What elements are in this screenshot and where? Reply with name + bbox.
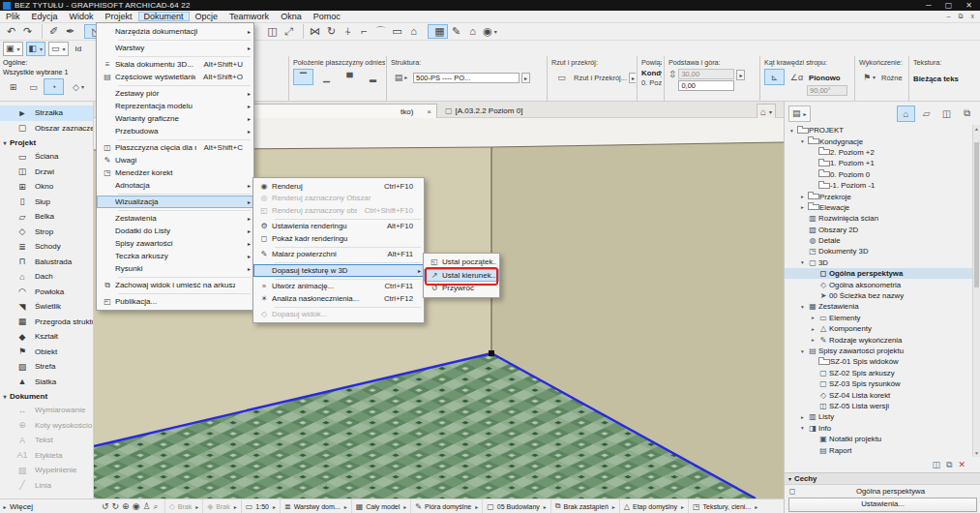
navigator-tree-item[interactable]: ▢ SZ-02 Spis arkuszy — [785, 368, 973, 378]
toolbox-item[interactable]: ▾ Dokument — [0, 389, 93, 403]
toolbox-item[interactable]: ◆ Kształt — [0, 329, 93, 345]
toolbox-item[interactable]: ▱ Belka — [0, 209, 93, 225]
scroll-down-icon[interactable]: ▼ — [973, 450, 980, 456]
navigator-tree-item[interactable]: ▾ ▢ 3D — [785, 257, 973, 268]
navigator-tree-item[interactable]: 2. Poziom +2 — [785, 147, 973, 158]
adjust-icon[interactable]: ⌐ — [358, 24, 372, 39]
document-menu-item[interactable]: Dodatki do Listy ▸ — [97, 225, 253, 237]
toolbox-item[interactable]: ► Strzałka — [0, 106, 93, 121]
document-menu-item[interactable]: Zestawienia ▸ — [97, 212, 253, 225]
explore-icon[interactable]: ♙ — [143, 501, 151, 511]
statusbar-scale[interactable]: ▭ 1:50 ▸ — [241, 499, 280, 513]
statusbar-pen-set[interactable]: ✎ Pióra domyślne ▸ — [410, 499, 482, 513]
surface-dropdown[interactable]: ⚑▾ — [859, 69, 879, 85]
align-texture-icon[interactable]: ▦ — [428, 24, 448, 39]
toolbox-item[interactable]: ▨ Wypełnienie — [0, 463, 93, 478]
home-story-icon[interactable]: ⌂ — [466, 24, 481, 39]
toolbox-item[interactable]: ⊓ Balustrada — [0, 255, 93, 270]
scrollbar-thumb[interactable] — [974, 142, 979, 287]
navigator-tree-item[interactable]: ▥ Rozwinięcia ścian — [785, 213, 973, 224]
toolbox-item[interactable]: ▭ Ściana — [0, 149, 93, 165]
navigator-tree-item[interactable]: ◇ Ogólna aksonometria — [785, 279, 973, 289]
navigator-tree-item[interactable]: -1. Poziom -1 — [785, 180, 973, 191]
minimize-button[interactable]: ─ — [926, 1, 932, 10]
navigator-tree-item[interactable]: ▸ ▥ Listy — [785, 411, 973, 422]
toolbox-item[interactable]: ⊕ Koty wysokościo... — [0, 418, 93, 434]
menubar-item[interactable]: Dokument — [138, 12, 190, 21]
statusbar-partial-structure[interactable]: ▦ Cały model ▸ — [351, 499, 411, 513]
toolbox-item[interactable]: ◥ Świetlik — [0, 299, 93, 315]
redo-icon[interactable]: ↷ — [21, 24, 36, 39]
toolbox-item[interactable]: ◠ Powłoka — [0, 285, 93, 300]
toolbox-item[interactable]: ▯ Słup — [0, 195, 93, 210]
document-menu-item[interactable]: Wizualizacja ▸ — [97, 196, 253, 208]
navigator-tree-item[interactable]: ▢ SZ-03 Spis rysunków — [785, 378, 973, 389]
visualization-menu-item[interactable]: ◉ Renderuj Ctrl+F10 — [253, 180, 424, 193]
document-menu-item[interactable]: ◳ Menedżer korekt — [97, 166, 253, 179]
document-menu-item[interactable]: Narzędzia dokumentacji ▸ — [97, 25, 253, 38]
new-folder-icon[interactable]: ⧉ — [946, 460, 952, 470]
document-menu-item[interactable]: Warstwy ▸ — [97, 42, 253, 54]
composite-dropdown[interactable]: 500-PS ---- PO... — [413, 73, 520, 83]
visualization-menu-item[interactable]: ◻ Pokaż kadr renderingu — [253, 232, 424, 245]
element-settings-dialog-icon[interactable]: ⊞ — [3, 78, 23, 95]
visualization-menu-item[interactable]: ✎ Malarz powierzchni Alt+F11 — [253, 249, 424, 261]
tab-active[interactable]: tko) × — [244, 104, 437, 118]
statusbar-revision[interactable]: ◈ Brak ▸ — [202, 499, 241, 513]
navigator-tree-item[interactable]: ▸ Elewacje — [785, 202, 973, 213]
toolbox-item[interactable]: ≣ Schody — [0, 239, 93, 255]
tab-plan[interactable]: ▢ [A.03.2.2 Poziom 0] — [440, 104, 533, 118]
scroll-up-icon[interactable]: ▲ — [973, 126, 980, 132]
window-settings-combo-1[interactable]: ▣▾ — [3, 42, 23, 56]
navigator-tree-item[interactable]: 0. Poziom 0 — [785, 169, 973, 180]
navigator-tree-item[interactable]: ▧ Obszary 2D — [785, 225, 973, 235]
toolbox-item[interactable]: ▢ Obszar zaznaczenia — [0, 121, 93, 136]
fit-in-window-icon[interactable]: ⌕ — [154, 501, 159, 512]
toolbox-item[interactable]: A1 Etykieta — [0, 448, 93, 464]
trim-icon[interactable]: ⋈ — [303, 24, 323, 39]
ref-plane-option[interactable]: ▀ — [340, 69, 360, 85]
navigator-tree-item[interactable]: 1. Poziom +1 — [785, 158, 973, 168]
close-button[interactable]: ✕ — [965, 1, 972, 10]
fit-selection-icon[interactable]: ◫ — [266, 24, 281, 39]
publisher-icon[interactable]: ⧉ — [958, 106, 976, 122]
texture-menu-item[interactable]: ◱ Ustal początek... — [424, 256, 499, 269]
save-view-icon[interactable]: ◫ — [933, 460, 941, 469]
elevate-icon[interactable]: ⌂ — [407, 24, 422, 39]
navigator-tree-item[interactable]: ▾ ◨ Info — [785, 423, 973, 434]
display-mode-dropdown[interactable]: Rzut i Przekrój... — [574, 74, 627, 82]
navigator-tree-item[interactable]: ◳ Dokumenty 3D — [785, 246, 973, 256]
navigator-tree-item[interactable]: SZ-01 Spis widoków — [785, 356, 973, 367]
top-offset-field[interactable]: 30,00 — [678, 69, 734, 79]
surface-painter-icon[interactable]: ✎ — [450, 24, 464, 39]
texture-menu-item[interactable]: ↺ Przywróć — [424, 282, 499, 295]
visualization-menu-item[interactable]: » Utwórz animację... Ctrl+F11 — [253, 281, 424, 293]
navigator-tree-item[interactable]: ◍ Detale — [785, 235, 973, 246]
window-settings-combo-3[interactable]: ▭▾ — [48, 42, 69, 56]
slab-geometry-icon[interactable]: ◔ — [44, 78, 64, 95]
navigator-tree-item[interactable]: ➤ 00 Ścieżka bez nazwy — [785, 290, 973, 301]
resize-icon[interactable]: ▭ — [391, 24, 405, 39]
toolbox-item[interactable]: ▾ Projekt — [0, 136, 93, 149]
statusbar-renovation-filter[interactable]: △ Etap domyślny ▸ — [619, 499, 688, 513]
window-settings-combo-2[interactable]: ◧▾ — [26, 42, 46, 56]
quick-options-button[interactable]: ⌂ ▾ — [757, 104, 776, 119]
document-menu-item[interactable]: ◰ Publikacja... — [97, 295, 253, 308]
view-settings-button[interactable]: Ustawienia... — [788, 498, 977, 512]
document-menu-item[interactable]: ▤ Częściowe wyświetlanie struktury... Al… — [97, 71, 253, 83]
view-map-icon[interactable]: ▱ — [917, 106, 935, 122]
statusbar-graphic-override[interactable]: ⧉ Brak zastąpień ▸ — [550, 499, 619, 513]
texture-menu-item[interactable]: ↗ Ustal kierunek... — [424, 269, 499, 283]
toolbox-item[interactable]: ↔ Wymiarowanie — [0, 403, 93, 418]
navigator-tree-item[interactable]: ◇ SZ-04 Lista korekt — [785, 389, 973, 400]
mdi-close-button[interactable]: x — [971, 13, 975, 20]
menubar-item[interactable]: Teamwork — [223, 12, 275, 21]
statusbar-3d-style[interactable]: ◳ Tekstury, cieni... ▸ — [688, 499, 761, 513]
toolbox-item[interactable]: ⚑ Obiekt — [0, 345, 93, 360]
document-menu-item[interactable]: Spisy zawartości ▸ — [97, 237, 253, 250]
toolbox-item[interactable]: ▦ Przegroda struktur... — [0, 315, 93, 330]
statusbar-layer-combination[interactable]: ≣ Warstwy dom... ▸ — [280, 499, 351, 513]
document-menu-item[interactable]: Przebudowa ▸ — [97, 125, 253, 137]
navigator-tree-item[interactable]: ▸ Przekroje — [785, 191, 973, 201]
navigator-scrollbar[interactable]: ▲ ▼ — [972, 125, 980, 457]
